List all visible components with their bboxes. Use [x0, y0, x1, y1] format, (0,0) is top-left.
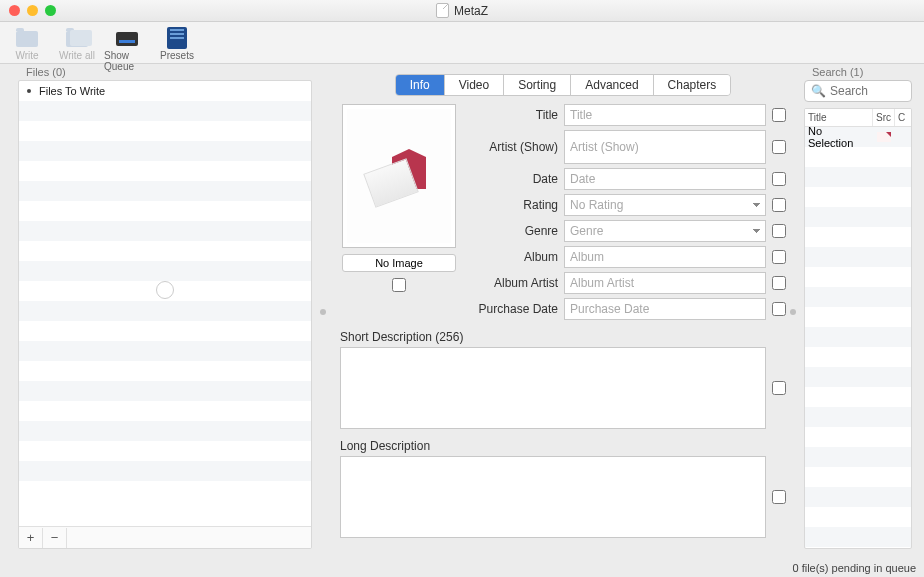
genre-checkbox[interactable]	[772, 224, 786, 238]
col-c[interactable]: C	[895, 109, 911, 126]
write-button[interactable]: Write	[4, 24, 50, 61]
folders-icon	[66, 31, 88, 47]
search-input[interactable]	[830, 84, 924, 98]
status-bar: 0 file(s) pending in queue	[0, 559, 924, 577]
results-list: Title Src C No Selection	[804, 108, 912, 549]
purchase-date-checkbox[interactable]	[772, 302, 786, 316]
search-icon: 🔍	[811, 84, 826, 98]
files-header[interactable]: Files To Write	[19, 81, 311, 101]
minimize-icon[interactable]	[27, 5, 38, 16]
tab-chapters[interactable]: Chapters	[654, 75, 731, 95]
album-checkbox[interactable]	[772, 250, 786, 264]
window-title: MetaZ	[454, 4, 488, 18]
src-icon	[877, 132, 891, 142]
title-field[interactable]	[564, 104, 766, 126]
rating-checkbox[interactable]	[772, 198, 786, 212]
rating-select[interactable]: No Rating	[564, 194, 766, 216]
purchase-date-field[interactable]	[564, 298, 766, 320]
album-artist-field[interactable]	[564, 272, 766, 294]
short-desc-field[interactable]	[340, 347, 766, 429]
artist-checkbox[interactable]	[772, 140, 786, 154]
tab-advanced[interactable]: Advanced	[571, 75, 653, 95]
title-label: Title	[470, 108, 558, 122]
results-body[interactable]: No Selection	[805, 127, 911, 547]
presets-icon	[167, 27, 187, 49]
presets-button[interactable]: Presets	[154, 24, 200, 61]
files-list: Files To Write + −	[18, 80, 312, 549]
artwork-checkbox[interactable]	[392, 278, 406, 292]
search-box[interactable]: 🔍	[804, 80, 912, 102]
artwork-well[interactable]	[342, 104, 456, 248]
result-row: No Selection	[805, 127, 911, 147]
titlebar: MetaZ	[0, 0, 924, 22]
search-label: Search (1)	[804, 64, 912, 80]
short-desc-checkbox[interactable]	[772, 381, 786, 395]
tag-icon	[364, 141, 434, 211]
files-label: Files (0)	[18, 64, 312, 80]
genre-select[interactable]: Genre	[564, 220, 766, 242]
window-controls	[9, 5, 56, 16]
tab-video[interactable]: Video	[445, 75, 504, 95]
no-image-button[interactable]: No Image	[342, 254, 456, 272]
long-desc-checkbox[interactable]	[772, 490, 786, 504]
artist-field[interactable]	[564, 130, 766, 164]
files-rows[interactable]: Files To Write	[19, 81, 311, 526]
write-all-button[interactable]: Write all	[54, 24, 100, 61]
folder-icon	[16, 31, 38, 47]
album-label: Album	[470, 250, 558, 264]
tabs: Info Video Sorting Advanced Chapters	[340, 74, 786, 96]
toolbar: Write Write all Show Queue Presets	[0, 22, 924, 64]
queue-icon	[116, 32, 138, 46]
close-icon[interactable]	[9, 5, 20, 16]
long-desc-label: Long Description	[340, 439, 786, 453]
genre-label: Genre	[470, 224, 558, 238]
date-field[interactable]	[564, 168, 766, 190]
title-checkbox[interactable]	[772, 108, 786, 122]
spinner-icon	[156, 281, 174, 299]
short-desc-label: Short Description (256)	[340, 330, 786, 344]
album-field[interactable]	[564, 246, 766, 268]
col-src[interactable]: Src	[873, 109, 895, 126]
col-title[interactable]: Title	[805, 109, 873, 126]
fullscreen-icon[interactable]	[45, 5, 56, 16]
status-text: 0 file(s) pending in queue	[792, 562, 916, 574]
add-button[interactable]: +	[19, 528, 43, 548]
album-artist-label: Album Artist	[470, 276, 558, 290]
document-icon	[436, 3, 449, 18]
purchase-date-label: Purchase Date	[470, 302, 558, 316]
remove-button[interactable]: −	[43, 528, 67, 548]
album-artist-checkbox[interactable]	[772, 276, 786, 290]
date-checkbox[interactable]	[772, 172, 786, 186]
tab-sorting[interactable]: Sorting	[504, 75, 571, 95]
artist-label: Artist (Show)	[470, 140, 558, 154]
date-label: Date	[470, 172, 558, 186]
long-desc-field[interactable]	[340, 456, 766, 538]
rating-label: Rating	[470, 198, 558, 212]
tab-info[interactable]: Info	[396, 75, 445, 95]
